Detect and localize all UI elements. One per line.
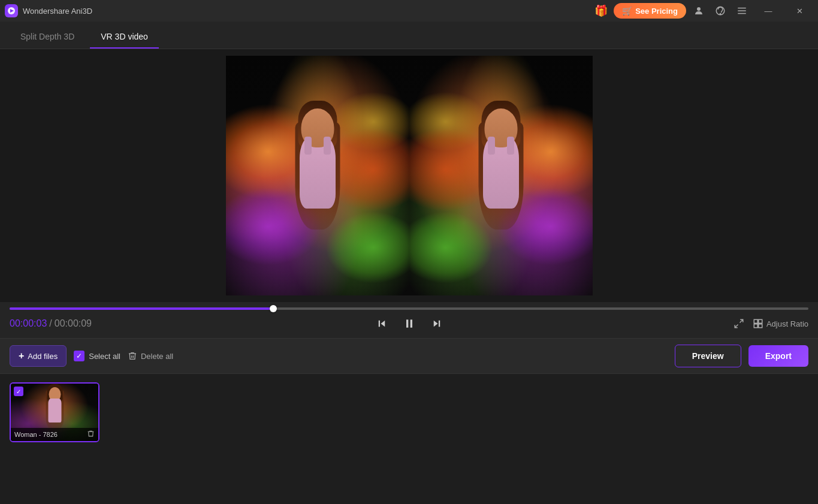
- svg-point-2: [697, 7, 701, 11]
- gift-button[interactable]: 🎁: [592, 2, 610, 20]
- delete-all-label: Delete all: [141, 352, 173, 361]
- app-title: Wondershare Ani3D: [23, 7, 592, 16]
- svg-marker-8: [381, 321, 385, 327]
- progress-fill: [10, 307, 273, 310]
- svg-line-14: [739, 319, 742, 322]
- video-panel-right-inner: [409, 56, 593, 295]
- app-logo: [5, 4, 18, 17]
- file-checkbox[interactable]: ✓: [14, 387, 23, 396]
- menu-button[interactable]: [733, 2, 751, 20]
- tab-split-depth[interactable]: Split Depth 3D: [10, 26, 85, 49]
- file-grid: ✓ Woman - 7826: [0, 374, 818, 504]
- time-separator: /: [49, 318, 52, 329]
- ratio-icon: [753, 318, 763, 329]
- preview-button[interactable]: Preview: [675, 345, 741, 367]
- file-name: Woman - 7826: [14, 431, 58, 438]
- video-frame-right: [409, 56, 593, 295]
- select-all-checkbox[interactable]: ✓: [74, 351, 84, 361]
- progress-bar[interactable]: [10, 307, 808, 310]
- progress-thumb[interactable]: [270, 305, 277, 312]
- tabbar: Split Depth 3D VR 3D video: [0, 22, 818, 49]
- rewind-button[interactable]: [373, 315, 391, 333]
- select-all-label: Select all: [89, 352, 120, 361]
- forward-button[interactable]: [428, 315, 446, 333]
- adjust-ratio-button[interactable]: Adjust Ratio: [753, 318, 808, 329]
- title-actions: 🎁 🛒 See Pricing — ✕: [592, 0, 813, 22]
- video-panel-right: [409, 56, 593, 295]
- time-total: 00:00:09: [55, 318, 92, 329]
- see-pricing-button[interactable]: 🛒 See Pricing: [614, 3, 686, 19]
- time-display: 00:00:03 / 00:00:09: [10, 318, 92, 329]
- svg-rect-17: [759, 319, 762, 323]
- add-files-button[interactable]: + Add files: [10, 345, 67, 367]
- titlebar: Wondershare Ani3D 🎁 🛒 See Pricing —: [0, 0, 818, 22]
- svg-rect-16: [754, 319, 757, 323]
- minimize-button[interactable]: —: [754, 0, 782, 22]
- svg-rect-19: [759, 324, 762, 328]
- svg-rect-13: [439, 321, 440, 327]
- add-files-label: Add files: [28, 352, 58, 361]
- tab-vr-3d[interactable]: VR 3D video: [90, 26, 159, 49]
- delete-icon: [128, 351, 137, 361]
- controls-bar: 00:00:03 / 00:00:09: [0, 302, 818, 338]
- svg-rect-10: [406, 319, 408, 327]
- delete-all-container[interactable]: Delete all: [128, 351, 173, 361]
- right-controls: Adjust Ratio: [730, 315, 808, 333]
- svg-rect-11: [410, 319, 412, 327]
- svg-marker-12: [433, 321, 437, 327]
- svg-rect-9: [378, 321, 379, 327]
- file-label: Woman - 7826: [11, 428, 98, 441]
- playback-buttons: [373, 315, 446, 333]
- video-panel-left-inner: [226, 56, 409, 295]
- list-item[interactable]: ✓ Woman - 7826: [10, 382, 99, 442]
- pause-button[interactable]: [400, 315, 418, 333]
- add-icon: +: [19, 351, 24, 361]
- select-all-container[interactable]: ✓ Select all: [74, 351, 120, 361]
- close-button[interactable]: ✕: [786, 0, 813, 22]
- svg-point-4: [720, 14, 721, 15]
- toolbar: + Add files ✓ Select all Delete all Prev…: [0, 338, 818, 374]
- see-pricing-label: See Pricing: [635, 7, 678, 16]
- fullscreen-button[interactable]: [730, 315, 748, 333]
- adjust-ratio-label: Adjust Ratio: [766, 319, 808, 328]
- time-current: 00:00:03: [10, 318, 47, 329]
- support-button[interactable]: [711, 2, 729, 20]
- cart-icon: 🛒: [622, 6, 632, 16]
- svg-rect-18: [754, 324, 757, 328]
- video-split-container: [226, 56, 593, 295]
- export-button[interactable]: Export: [748, 345, 808, 367]
- controls-row: 00:00:03 / 00:00:09: [10, 315, 808, 333]
- video-frame-left: [226, 56, 409, 295]
- video-panel-left: [226, 56, 409, 295]
- svg-line-15: [735, 325, 738, 328]
- file-delete-button[interactable]: [87, 430, 95, 439]
- preview-area: [0, 49, 818, 302]
- user-button[interactable]: [690, 2, 708, 20]
